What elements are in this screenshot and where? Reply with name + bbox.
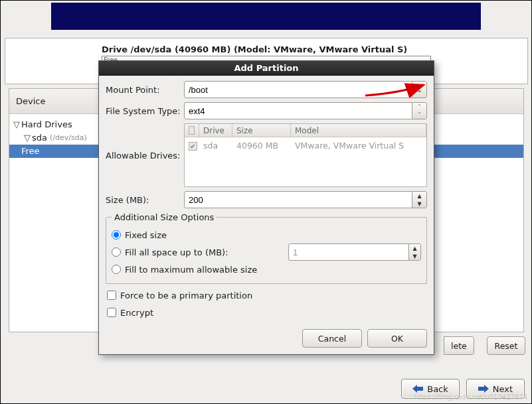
fs-type-combo[interactable]: ˄ ˅: [184, 102, 427, 119]
size-spin-buttons[interactable]: ▲ ▼: [412, 192, 426, 208]
drives-header: Drive Size Model: [185, 124, 426, 137]
radio-fill-up-to-label: Fill all space up to (MB):: [125, 247, 228, 257]
additional-size-legend: Additional Size Options: [112, 212, 217, 222]
triangle-down-icon: ▽: [12, 118, 21, 131]
tree-label: Free: [21, 145, 40, 158]
allowable-drives-table: Drive Size Model ✔ sda 40960 MB VMware, …: [184, 123, 427, 187]
svg-marker-1: [478, 385, 489, 393]
tree-label: sda: [32, 131, 47, 145]
arrow-left-icon: [412, 385, 423, 393]
drives-header-check[interactable]: [185, 124, 199, 137]
dialog-title: Add Partition: [99, 61, 434, 76]
tree-label: Hard Drives: [21, 118, 72, 131]
force-primary-label: Force to be a primary partition: [120, 291, 252, 301]
chevron-down-icon: ˅: [418, 111, 421, 119]
fill-up-to-input: [289, 244, 408, 260]
fs-type-label: File System Type:: [106, 106, 184, 116]
radio-fixed-size-label: Fixed size: [125, 230, 167, 240]
size-spinbox[interactable]: ▲ ▼: [184, 191, 427, 208]
triangle-down-icon: ▽: [23, 131, 32, 145]
radio-fixed-size[interactable]: [112, 230, 121, 239]
fill-up-to-spinbox: ▲ ▼: [288, 243, 421, 261]
chevron-up-icon: ˄: [418, 103, 421, 111]
add-partition-dialog: Add Partition Mount Point: ⌄ File System…: [98, 60, 434, 355]
allowable-drives-label: Allowable Drives:: [106, 151, 184, 161]
drives-header-model[interactable]: Model: [291, 124, 426, 137]
drives-row-size: 40960 MB: [232, 141, 291, 151]
checkbox-icon: [189, 126, 195, 135]
ok-button[interactable]: OK: [367, 329, 427, 348]
installer-banner: [51, 3, 481, 30]
bg-delete-button-fragment: lete: [444, 336, 474, 355]
drives-row[interactable]: ✔ sda 40960 MB VMware, VMware Virtual S: [185, 140, 426, 151]
checkbox-checked-icon: ✔: [189, 142, 197, 151]
checkbox-force-primary[interactable]: [107, 291, 116, 300]
spin-up-icon[interactable]: ▲: [417, 192, 421, 200]
mount-point-label: Mount Point:: [106, 85, 184, 95]
tree-header-device[interactable]: Device: [9, 89, 102, 113]
back-label: Back: [427, 384, 448, 394]
radio-fill-max[interactable]: [112, 265, 121, 274]
drives-row-name: sda: [199, 141, 232, 151]
next-label: Next: [493, 384, 513, 394]
mount-point-input[interactable]: [185, 82, 412, 98]
chevron-down-icon: ⌄: [416, 86, 422, 94]
encrypt-label: Encrypt: [120, 308, 153, 318]
arrow-right-icon: [478, 385, 489, 393]
fs-type-input[interactable]: [185, 103, 412, 119]
additional-size-options: Additional Size Options Fixed size Fill …: [106, 212, 427, 284]
radio-fill-up-to[interactable]: [112, 247, 121, 257]
mount-point-combo[interactable]: ⌄: [184, 81, 427, 98]
drive-summary-label: Drive /dev/sda (40960 MB) (Model: VMware…: [102, 44, 407, 54]
size-input[interactable]: [185, 192, 412, 208]
drives-header-size[interactable]: Size: [232, 124, 291, 137]
cancel-button[interactable]: Cancel: [302, 329, 362, 348]
delete-button-partial[interactable]: lete: [444, 336, 474, 355]
tree-dev-path: (/dev/sda): [50, 131, 87, 145]
radio-fill-max-label: Fill to maximum allowable size: [125, 265, 257, 275]
fs-type-dropdown-button[interactable]: ˄ ˅: [412, 103, 426, 119]
spin-down-icon: ▼: [412, 252, 416, 260]
size-label: Size (MB):: [106, 195, 184, 205]
spin-down-icon[interactable]: ▼: [417, 200, 421, 208]
checkbox-encrypt[interactable]: [107, 308, 116, 317]
svg-marker-0: [412, 385, 423, 393]
dialog-buttons: Cancel OK: [99, 325, 434, 354]
mount-point-dropdown-button[interactable]: ⌄: [412, 82, 426, 98]
fill-up-to-spin-buttons: ▲ ▼: [408, 244, 420, 260]
drives-row-model: VMware, VMware Virtual S: [291, 141, 426, 151]
watermark: https://blog.csdn.net/u010427874: [414, 393, 527, 401]
reset-button[interactable]: Reset: [487, 336, 525, 355]
spin-up-icon: ▲: [412, 244, 416, 252]
drives-header-drive[interactable]: Drive: [199, 124, 232, 137]
